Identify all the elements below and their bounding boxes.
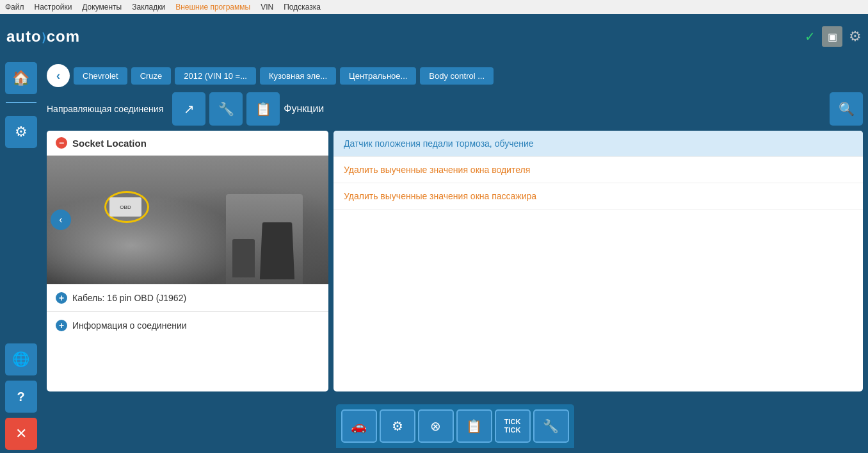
bottom-car-button[interactable]: 🚗 bbox=[341, 409, 377, 443]
content-area: ‹ Chevrolet Cruze 2012 (VIN 10 =... Кузо… bbox=[42, 59, 868, 453]
search-button[interactable]: 🔍 bbox=[830, 92, 863, 126]
logo: auto⟩com bbox=[6, 28, 80, 45]
box-icon: ▣ bbox=[828, 31, 837, 43]
breadcrumb: ‹ Chevrolet Cruze 2012 (VIN 10 =... Кузо… bbox=[47, 64, 863, 87]
header-icons: ✓ ▣ ⚙ bbox=[805, 26, 862, 47]
bottom-tools-button[interactable]: 🔧 bbox=[533, 409, 569, 443]
export-button[interactable]: ↗ bbox=[172, 92, 205, 126]
menubar: Файл Настройки Документы Закладки Внешни… bbox=[0, 0, 868, 14]
collapse-button[interactable]: − bbox=[56, 137, 67, 149]
breadcrumb-cruze[interactable]: Cruze bbox=[131, 67, 172, 85]
logo-arrow: ⟩ bbox=[42, 31, 47, 44]
menu-external[interactable]: Внешние программы bbox=[175, 3, 250, 12]
expand-cable-icon: + bbox=[56, 292, 67, 304]
pedal-gas bbox=[232, 239, 255, 277]
sidebar-settings-button[interactable]: ⚙ bbox=[5, 116, 37, 148]
image-prev-button[interactable]: ‹ bbox=[51, 210, 71, 230]
connection-info-item[interactable]: + Информация о соединении bbox=[47, 311, 328, 339]
breadcrumb-chevrolet[interactable]: Chevrolet bbox=[74, 67, 127, 85]
sidebar-help-button[interactable]: ? bbox=[5, 381, 37, 413]
sidebar-close-button[interactable]: ✕ bbox=[5, 418, 37, 450]
cable-item[interactable]: + Кабель: 16 pin OBD (J1962) bbox=[47, 284, 328, 311]
sidebar-home-button[interactable]: 🏠 bbox=[5, 62, 37, 94]
sidebar-globe-button[interactable]: 🌐 bbox=[5, 343, 37, 375]
sidebar: 🏠 ⚙ 🌐 ? ✕ bbox=[0, 59, 42, 453]
check-icon: ✓ bbox=[805, 29, 816, 44]
socket-location-title: Socket Location bbox=[72, 138, 147, 149]
bottom-tick-button[interactable]: TICKTICK bbox=[495, 409, 531, 443]
connection-label: Направляющая соединения bbox=[47, 104, 163, 114]
breadcrumb-body-control[interactable]: Body control ... bbox=[420, 67, 494, 85]
toolbar: Направляющая соединения ↗ 🔧 📋 Функции 🔍 bbox=[47, 92, 863, 126]
menu-documents[interactable]: Документы bbox=[82, 3, 122, 12]
menu-help[interactable]: Подсказка bbox=[284, 3, 321, 12]
breadcrumb-central[interactable]: Центральное... bbox=[340, 67, 416, 85]
bottom-toolbar: 🚗 ⚙ ⊗ 📋 TICKTICK 🔧 bbox=[336, 404, 574, 448]
right-panel: Датчик положения педали тормоза, обучени… bbox=[334, 131, 863, 391]
car-image-container: OBD ‹ bbox=[47, 156, 328, 284]
bottom-bar-container: 🚗 ⚙ ⊗ 📋 TICKTICK 🔧 bbox=[47, 397, 863, 448]
bottom-clipboard-button[interactable]: 📋 bbox=[456, 409, 492, 443]
screenshot-icon[interactable]: ▣ bbox=[822, 26, 842, 47]
bottom-engine-button[interactable]: ⚙ bbox=[380, 409, 415, 443]
breadcrumb-body[interactable]: Кузовная эле... bbox=[260, 67, 336, 85]
breadcrumb-year[interactable]: 2012 (VIN 10 =... bbox=[175, 67, 256, 85]
menu-bookmarks[interactable]: Закладки bbox=[132, 3, 165, 12]
function-item-1[interactable]: Удалить выученные значения окна водителя bbox=[334, 157, 863, 183]
header: auto⟩com ✓ ▣ ⚙ bbox=[0, 14, 868, 59]
socket-header: − Socket Location bbox=[47, 131, 328, 156]
left-panel: − Socket Location OBD ‹ bbox=[47, 131, 328, 391]
back-button[interactable]: ‹ bbox=[47, 64, 70, 87]
menu-vin[interactable]: VIN bbox=[261, 3, 273, 12]
panels: − Socket Location OBD ‹ bbox=[47, 131, 863, 391]
sidebar-divider bbox=[6, 102, 36, 103]
cable-label: Кабель: 16 pin OBD (J1962) bbox=[72, 293, 186, 303]
main-layout: 🏠 ⚙ 🌐 ? ✕ ‹ Chevrolet Cruze 2012 (VIN 10… bbox=[0, 59, 868, 453]
function-item-2[interactable]: Удалить выученные значения окна пассажир… bbox=[334, 183, 863, 210]
menu-settings[interactable]: Настройки bbox=[35, 3, 72, 12]
wrench-button[interactable]: 🔧 bbox=[209, 92, 243, 126]
obd-connector: OBD bbox=[109, 197, 141, 217]
clipboard-button[interactable]: 📋 bbox=[246, 92, 280, 126]
pedal-brake bbox=[260, 222, 294, 279]
connection-info-label: Информация о соединении bbox=[72, 320, 187, 331]
gear-icon[interactable]: ⚙ bbox=[849, 28, 862, 45]
bottom-cancel-button[interactable]: ⊗ bbox=[418, 409, 454, 443]
expand-info-icon: + bbox=[56, 320, 67, 331]
functions-label: Функции bbox=[284, 103, 324, 115]
function-item-0[interactable]: Датчик положения педали тормоза, обучени… bbox=[334, 131, 863, 157]
menu-file[interactable]: Файл bbox=[5, 3, 24, 12]
